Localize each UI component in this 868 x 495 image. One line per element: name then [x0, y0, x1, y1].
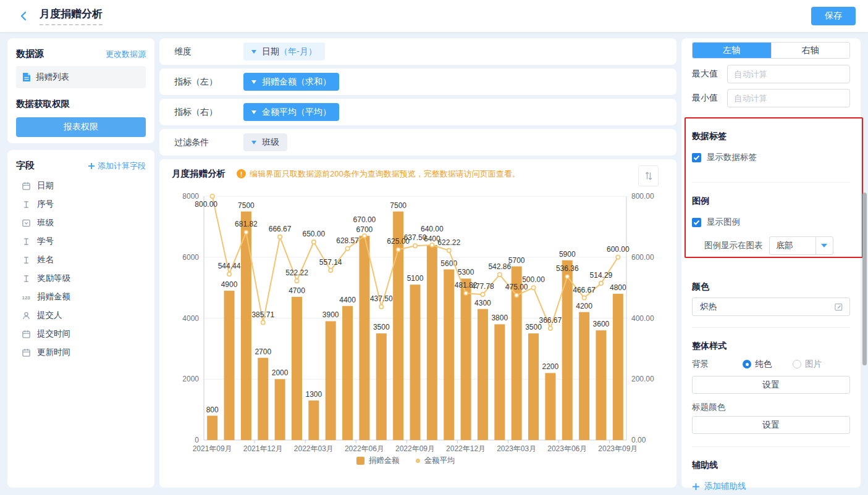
- config-row-metric-left: 指标（左）捐赠金额（求和）: [159, 69, 676, 95]
- settings-panel: 左轴右轴 最大值 最小值 数据标签 显示数据标签 图例 显示图例 图例显示在图表…: [681, 38, 861, 488]
- tab-left-axis[interactable]: 左轴: [693, 43, 771, 58]
- legend-section-title: 图例: [692, 196, 850, 207]
- config-label: 过滤条件: [174, 137, 243, 148]
- chart-card: 月度捐赠分析 ! 编辑界面只取数据源前200条作为查询数据预览，完整数据请访问页…: [159, 159, 676, 488]
- bg-radio-image[interactable]: 图片: [793, 359, 822, 370]
- field-item[interactable]: 班级: [16, 214, 146, 232]
- bg-radio-solid-color[interactable]: 纯色: [743, 359, 772, 370]
- field-item[interactable]: 提交人: [16, 306, 146, 325]
- field-label: 日期: [37, 180, 54, 191]
- config-label: 指标（右）: [174, 107, 243, 118]
- svg-text:2022年03月: 2022年03月: [294, 444, 334, 453]
- svg-text:4200: 4200: [576, 302, 592, 310]
- field-label: 学号: [37, 236, 54, 247]
- field-item[interactable]: 提交时间: [16, 325, 146, 343]
- calendar-icon: [21, 330, 32, 339]
- svg-text:3800: 3800: [491, 314, 508, 322]
- legend-position-label: 图例显示在图表: [704, 240, 763, 251]
- back-button[interactable]: [15, 7, 33, 25]
- svg-text:437.50: 437.50: [370, 294, 393, 303]
- field-label: 班级: [37, 217, 54, 228]
- metric-right-pill[interactable]: 金额平均（平均）: [243, 103, 339, 121]
- page-title: 月度捐赠分析: [40, 7, 103, 25]
- svg-text:2023年06月: 2023年06月: [547, 444, 587, 453]
- svg-text:123: 123: [22, 294, 30, 300]
- svg-text:2022年09月: 2022年09月: [395, 444, 435, 453]
- svg-text:2000: 2000: [182, 375, 199, 383]
- show-data-label-checkbox[interactable]: 显示数据标签: [692, 152, 850, 163]
- svg-text:5900: 5900: [559, 250, 576, 259]
- svg-text:6700: 6700: [356, 225, 373, 234]
- svg-text:475.00: 475.00: [505, 283, 528, 291]
- svg-text:2021年12月: 2021年12月: [243, 444, 283, 453]
- color-scheme-picker[interactable]: 炽热: [692, 297, 850, 316]
- warning-icon: !: [237, 169, 246, 178]
- fields-panel: 字段 添加计算字段 日期序号班级学号姓名奖励等级123捐赠金额提交人提交时间更新…: [7, 150, 154, 488]
- datasource-name: 捐赠列表: [36, 72, 69, 83]
- report-permission-button[interactable]: 报表权限: [16, 117, 146, 137]
- chart-legend: 捐赠金额金额平均: [159, 455, 652, 466]
- legend-item-line[interactable]: 金额平均: [416, 455, 455, 466]
- add-calc-field-link[interactable]: 添加计算字段: [88, 160, 146, 172]
- change-datasource-link[interactable]: 更改数据源: [106, 49, 146, 60]
- legend-item-bar[interactable]: 捐赠金额: [356, 455, 400, 466]
- svg-text:3900: 3900: [322, 310, 339, 319]
- metric-left-pill[interactable]: 捐赠金额（求和）: [243, 73, 339, 91]
- scrollbar-thumb[interactable]: [862, 193, 867, 365]
- field-item[interactable]: 更新时间: [16, 343, 146, 362]
- min-value-input[interactable]: [727, 89, 850, 107]
- donation-chart: 00.002000200.004000400.006000600.0080008…: [159, 159, 676, 488]
- svg-text:536.36: 536.36: [556, 264, 579, 273]
- add-guide-line-link[interactable]: 添加辅助线: [692, 481, 850, 492]
- tab-right-axis[interactable]: 右轴: [771, 43, 850, 58]
- field-label: 序号: [37, 199, 54, 210]
- select-icon: [21, 218, 32, 228]
- dimension-pill[interactable]: 日期（年-月）: [243, 43, 325, 60]
- svg-text:557.14: 557.14: [319, 258, 342, 267]
- field-item[interactable]: 姓名: [16, 251, 146, 269]
- svg-text:2200: 2200: [542, 362, 559, 371]
- field-item[interactable]: 序号: [16, 195, 146, 214]
- field-item[interactable]: 123捐赠金额: [16, 288, 146, 306]
- svg-text:2022年06月: 2022年06月: [345, 444, 384, 453]
- svg-text:8000: 8000: [182, 192, 199, 201]
- background-setting-button[interactable]: 设置: [692, 376, 850, 394]
- chevron-down-icon: [815, 237, 833, 254]
- svg-text:0: 0: [195, 436, 199, 444]
- datasource-item[interactable]: 捐赠列表: [16, 66, 146, 88]
- data-label-section-title: 数据标签: [692, 131, 850, 142]
- document-icon: [22, 72, 31, 82]
- preview-notice-text: 编辑界面只取数据源前200条作为查询数据预览，完整数据请访问页面查看。: [250, 168, 520, 180]
- checkbox-checked-icon: [692, 218, 701, 227]
- swap-axes-button[interactable]: [638, 165, 659, 186]
- max-value-input[interactable]: [727, 65, 850, 83]
- svg-text:800.00: 800.00: [631, 192, 654, 201]
- background-label: 背景: [692, 359, 743, 370]
- field-label: 姓名: [37, 254, 54, 265]
- text-icon: [21, 256, 32, 265]
- legend-position-select[interactable]: 底部: [769, 236, 833, 255]
- permission-title: 数据获取权限: [16, 98, 146, 110]
- svg-text:666.67: 666.67: [269, 225, 292, 233]
- title-color-setting-button[interactable]: 设置: [692, 416, 850, 434]
- field-item[interactable]: 学号: [16, 232, 146, 251]
- sort-arrows-icon: [644, 170, 654, 181]
- datasource-panel: 数据源 更改数据源 捐赠列表 数据获取权限 报表权限: [7, 38, 154, 143]
- svg-text:2023年09月: 2023年09月: [598, 444, 638, 453]
- svg-text:670.00: 670.00: [353, 215, 376, 224]
- max-value-label: 最大值: [692, 69, 720, 80]
- save-button[interactable]: 保存: [811, 7, 856, 25]
- svg-text:477.78: 477.78: [471, 282, 494, 291]
- svg-text:366.67: 366.67: [539, 316, 562, 325]
- field-item[interactable]: 日期: [16, 177, 146, 195]
- field-item[interactable]: 奖励等级: [16, 269, 146, 288]
- filter-pill[interactable]: 班级: [243, 133, 287, 151]
- svg-text:600.00: 600.00: [607, 245, 630, 254]
- svg-text:637.50: 637.50: [404, 233, 427, 242]
- edit-icon: [834, 302, 843, 312]
- svg-text:3500: 3500: [373, 323, 390, 331]
- field-label: 捐赠金额: [37, 291, 70, 302]
- show-legend-checkbox[interactable]: 显示图例: [692, 217, 850, 228]
- svg-text:5300: 5300: [458, 268, 474, 277]
- legend-ring-swatch: [416, 459, 420, 463]
